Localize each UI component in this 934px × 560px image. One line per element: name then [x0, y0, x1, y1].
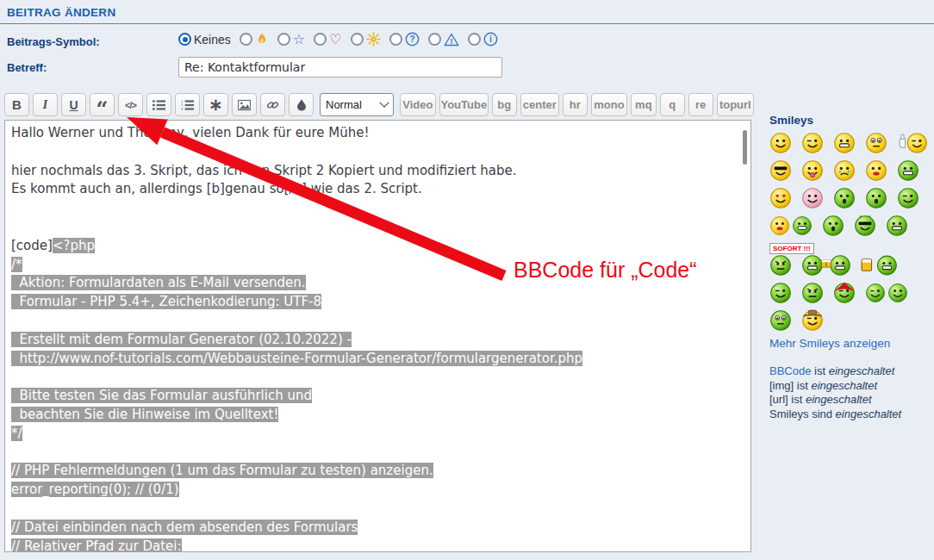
post-symbol-option-question[interactable]: ?: [389, 32, 420, 47]
radio-none[interactable]: [178, 33, 191, 46]
message-textarea[interactable]: Hallo Werner und Thommy, vielen Dank für…: [4, 120, 751, 552]
smiley-wink-icon[interactable]: [801, 132, 824, 154]
link-button[interactable]: [260, 93, 285, 116]
radio-warning[interactable]: [428, 33, 441, 46]
smiley-row: [769, 159, 930, 182]
asterisk-button[interactable]: ∗: [203, 93, 228, 116]
smiley-stare-pair-icon[interactable]: [865, 282, 908, 304]
post-symbol-option-heart[interactable]: ♡: [314, 33, 341, 47]
smiley-smile-icon[interactable]: [769, 132, 792, 154]
smiley-red-hat-icon[interactable]: [833, 282, 856, 304]
underline-button[interactable]: U: [61, 93, 86, 116]
bold-button[interactable]: B: [4, 93, 29, 116]
link-icon: [266, 99, 279, 111]
smiley-cheers-pair-icon[interactable]: [801, 254, 851, 277]
smiley-surrender-icon[interactable]: [769, 309, 792, 332]
status-head: [img]: [769, 379, 794, 392]
smiley-row: [769, 282, 930, 304]
smiley-cry-icon[interactable]: [833, 159, 856, 182]
editor-line: Erstellt mit dem Formular Generator (02.…: [11, 331, 744, 350]
radio-star[interactable]: [277, 33, 290, 46]
color-droplet-icon: [296, 98, 307, 111]
hr-button-label: hr: [570, 98, 581, 111]
color-droplet-button[interactable]: [289, 93, 314, 116]
status-state: eingeschaltet: [806, 393, 872, 406]
post-symbol-option-star[interactable]: ☆: [277, 33, 305, 47]
editor-line: error_reporting(0); // (0/1): [11, 481, 744, 500]
subject-input[interactable]: [178, 57, 502, 78]
mq-button[interactable]: mq: [631, 93, 657, 116]
q-button-label: q: [669, 98, 676, 111]
smiley-sofort-icon[interactable]: SOFORT !!!: [769, 254, 792, 277]
smiley-gasp-icon[interactable]: [833, 187, 856, 209]
format-select[interactable]: Normal: [320, 93, 394, 116]
post-symbol-option-warning[interactable]: !: [428, 33, 459, 47]
warning-icon: !: [444, 33, 459, 47]
editor-line: Formular - PHP 5.4+, Zeichenkodierung: U…: [11, 293, 744, 312]
code-icon: </>: [125, 100, 136, 110]
unordered-list-button[interactable]: [146, 93, 171, 116]
smiley-panic-icon[interactable]: [865, 187, 887, 209]
more-smileys-link[interactable]: Mehr Smileys anzeigen: [769, 337, 930, 350]
smiley-beer-icon[interactable]: [861, 254, 899, 277]
bg-button[interactable]: bg: [492, 93, 517, 116]
radio-sparkle[interactable]: [351, 33, 364, 46]
radio-question[interactable]: [389, 33, 402, 46]
smiley-coffee-icon[interactable]: [769, 282, 792, 304]
smiley-laugh-icon[interactable]: [897, 159, 919, 182]
smiley-blush-icon[interactable]: [801, 187, 824, 209]
smiley-thumbs-up-icon[interactable]: [897, 132, 928, 154]
quote-button[interactable]: “: [90, 93, 115, 116]
q-button[interactable]: q: [660, 93, 685, 116]
youtube-button[interactable]: YouTube: [439, 93, 489, 116]
radio-info[interactable]: [468, 33, 481, 46]
smiley-cat-icon[interactable]: [854, 215, 876, 237]
smiley-kiss-icon[interactable]: [865, 159, 887, 182]
bbcode-link[interactable]: BBCode: [769, 364, 811, 377]
flame-icon: [255, 32, 269, 47]
smiley-cowboy-icon[interactable]: [801, 309, 824, 332]
mono-button[interactable]: mono: [591, 93, 627, 116]
post-symbol-option-none[interactable]: Keines: [178, 33, 231, 47]
ordered-list-button[interactable]: 123: [175, 93, 200, 116]
post-symbol-option-sparkle[interactable]: [351, 32, 381, 47]
radio-heart[interactable]: [314, 33, 327, 46]
post-symbol-radio-group: Keines☆♡?!i: [178, 32, 498, 47]
smiley-salute-icon[interactable]: [897, 187, 919, 209]
editor-line: // Relativer Pfad zur Datei:: [11, 538, 744, 552]
image-button[interactable]: [232, 93, 257, 116]
svg-text:i: i: [489, 34, 492, 44]
smiley-cool-icon[interactable]: [769, 159, 792, 182]
svg-text:!: !: [450, 37, 452, 46]
editor-line: Bitte testen Sie das Formular ausführlic…: [11, 387, 744, 406]
scrollbar-thumb[interactable]: [743, 130, 747, 165]
smiley-munch-icon[interactable]: [822, 215, 844, 237]
status-line: Smileys sind eingeschaltet: [769, 408, 930, 422]
smiley-kiss-pair-icon[interactable]: [769, 215, 813, 237]
smiley-in-love-icon[interactable]: ♥♥: [769, 187, 792, 209]
post-symbol-option-info[interactable]: i: [468, 32, 498, 47]
code-button[interactable]: </>: [118, 93, 143, 116]
bg-button-label: bg: [497, 98, 511, 111]
post-symbol-none-label: Keines: [194, 33, 231, 47]
video-button[interactable]: Video: [400, 93, 436, 116]
radio-flame[interactable]: [240, 33, 252, 46]
topurl-button[interactable]: topurl: [717, 93, 754, 116]
smiley-worried-icon[interactable]: [865, 132, 887, 154]
header-divider: [0, 23, 934, 24]
editor-line: [11, 444, 744, 463]
smiley-whittle-icon[interactable]: [801, 282, 824, 304]
editor-line: [11, 500, 744, 519]
smiley-grin-icon[interactable]: [833, 132, 856, 154]
post-symbol-option-flame[interactable]: [240, 32, 269, 47]
editor-line: */: [11, 425, 744, 444]
center-button[interactable]: center: [520, 93, 559, 116]
editor-line: Hallo Werner und Thommy, vielen Dank für…: [11, 124, 744, 143]
hr-button[interactable]: hr: [563, 93, 588, 116]
smiley-tongue-icon[interactable]: [801, 159, 824, 182]
italic-button[interactable]: I: [33, 93, 58, 116]
bold-icon: B: [12, 97, 22, 112]
editor-line: [11, 368, 744, 387]
re-button[interactable]: re: [688, 93, 713, 116]
smiley-batty-icon[interactable]: [886, 215, 908, 237]
